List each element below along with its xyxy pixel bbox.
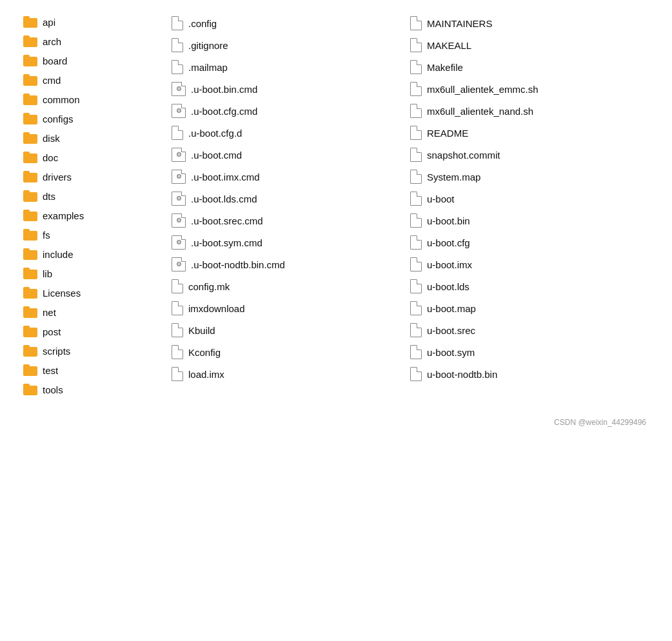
- script-file-icon: ⚙: [172, 104, 186, 118]
- file-item[interactable]: Makefile: [406, 57, 653, 77]
- folder-item[interactable]: board: [19, 52, 168, 70]
- item-label: config.mk: [188, 281, 230, 292]
- file-item[interactable]: ⚙.u-boot.imx.cmd: [168, 166, 406, 187]
- file-icon: [172, 301, 183, 315]
- script-file-icon: ⚙: [172, 235, 186, 250]
- folder-item[interactable]: tools: [19, 380, 168, 399]
- file-icon: [410, 279, 422, 293]
- file-item[interactable]: u-boot.lds: [406, 276, 653, 297]
- folder-icon: [23, 306, 37, 318]
- files-column-1: .config.gitignore.mailmap⚙.u-boot.bin.cm…: [168, 13, 406, 384]
- watermark: CSDN @weixin_44299496: [19, 418, 653, 427]
- script-file-icon: ⚙: [172, 192, 186, 206]
- file-item[interactable]: .gitignore: [168, 35, 406, 55]
- folder-item[interactable]: fs: [19, 226, 168, 244]
- folder-item[interactable]: scripts: [19, 342, 168, 360]
- file-item[interactable]: mx6ull_alientek_emmc.sh: [406, 79, 653, 99]
- folder-item[interactable]: examples: [19, 206, 168, 224]
- folder-item[interactable]: test: [19, 361, 168, 379]
- file-item[interactable]: mx6ull_alientek_nand.sh: [406, 101, 653, 121]
- file-item[interactable]: .mailmap: [168, 57, 406, 77]
- file-item[interactable]: README: [406, 123, 653, 143]
- file-item[interactable]: u-boot.cfg: [406, 232, 653, 253]
- item-label: MAINTAINERS: [427, 18, 492, 29]
- script-file-icon: ⚙: [172, 148, 186, 162]
- item-label: u-boot.map: [427, 303, 476, 314]
- file-item[interactable]: imxdownload: [168, 298, 406, 319]
- folder-icon: [23, 384, 37, 395]
- folder-item[interactable]: cmd: [19, 71, 168, 89]
- file-item[interactable]: config.mk: [168, 276, 406, 297]
- folder-icon: [23, 74, 37, 86]
- file-item[interactable]: ⚙.u-boot.lds.cmd: [168, 188, 406, 209]
- file-item[interactable]: ⚙.u-boot.bin.cmd: [168, 79, 406, 99]
- folder-item[interactable]: disk: [19, 129, 168, 147]
- item-label: snapshot.commit: [427, 150, 500, 161]
- file-item[interactable]: u-boot.imx: [406, 254, 653, 275]
- item-label: .config: [188, 18, 217, 29]
- folder-item[interactable]: api: [19, 13, 168, 31]
- file-icon: [172, 323, 183, 337]
- folder-item[interactable]: lib: [19, 264, 168, 282]
- item-label: .mailmap: [188, 62, 228, 73]
- item-label: Kbuild: [188, 325, 215, 336]
- file-item[interactable]: ⚙.u-boot.sym.cmd: [168, 232, 406, 253]
- folder-icon: [23, 326, 37, 337]
- folder-item[interactable]: drivers: [19, 168, 168, 186]
- folder-icon: [23, 210, 37, 221]
- file-item[interactable]: ⚙.u-boot.srec.cmd: [168, 210, 406, 231]
- file-item[interactable]: MAINTAINERS: [406, 13, 653, 34]
- file-item[interactable]: u-boot.bin: [406, 210, 653, 231]
- files-column-2: MAINTAINERSMAKEALLMakefilemx6ull_aliente…: [406, 13, 653, 384]
- file-icon: [172, 16, 183, 30]
- item-label: u-boot.lds: [427, 281, 469, 292]
- file-item[interactable]: Kconfig: [168, 342, 406, 362]
- folder-item[interactable]: configs: [19, 110, 168, 128]
- folder-item[interactable]: arch: [19, 32, 168, 50]
- item-label: api: [43, 17, 55, 28]
- file-icon: [410, 345, 422, 359]
- file-item[interactable]: snapshot.commit: [406, 144, 653, 165]
- file-item[interactable]: .config: [168, 13, 406, 34]
- file-icon: [410, 213, 422, 228]
- file-item[interactable]: System.map: [406, 166, 653, 187]
- file-item[interactable]: ⚙.u-boot.cfg.cmd: [168, 101, 406, 121]
- file-item[interactable]: u-boot.srec: [406, 320, 653, 340]
- file-icon: [172, 367, 183, 381]
- file-icon: [410, 126, 422, 140]
- item-label: Licenses: [43, 288, 81, 299]
- item-label: .u-boot.imx.cmd: [191, 172, 260, 182]
- file-item[interactable]: MAKEALL: [406, 35, 653, 55]
- file-item[interactable]: ⚙.u-boot.cmd: [168, 144, 406, 165]
- file-icon: [410, 192, 422, 206]
- file-item[interactable]: load.imx: [168, 364, 406, 384]
- folder-item[interactable]: common: [19, 90, 168, 108]
- file-item[interactable]: Kbuild: [168, 320, 406, 340]
- file-icon: [410, 235, 422, 250]
- folder-item[interactable]: net: [19, 303, 168, 321]
- file-item[interactable]: u-boot.sym: [406, 342, 653, 362]
- folder-icon: [23, 35, 37, 47]
- folder-icon: [23, 229, 37, 241]
- item-label: .u-boot-nodtb.bin.cmd: [191, 259, 285, 270]
- item-label: .u-boot.srec.cmd: [191, 215, 263, 226]
- folder-item[interactable]: post: [19, 322, 168, 340]
- file-item[interactable]: ⚙.u-boot-nodtb.bin.cmd: [168, 254, 406, 275]
- item-label: u-boot-nodtb.bin: [427, 369, 497, 380]
- folder-item[interactable]: include: [19, 245, 168, 263]
- folder-item[interactable]: Licenses: [19, 284, 168, 302]
- file-item[interactable]: .u-boot.cfg.d: [168, 123, 406, 143]
- item-label: post: [43, 326, 61, 337]
- folder-item[interactable]: dts: [19, 187, 168, 205]
- item-label: .u-boot.cfg.d: [188, 128, 242, 139]
- folder-item[interactable]: doc: [19, 148, 168, 166]
- item-label: .u-boot.cmd: [191, 150, 242, 161]
- item-label: disk: [43, 133, 60, 144]
- file-item[interactable]: u-boot.map: [406, 298, 653, 319]
- file-item[interactable]: u-boot-nodtb.bin: [406, 364, 653, 384]
- item-label: cmd: [43, 75, 61, 86]
- file-icon: [410, 60, 422, 74]
- item-label: test: [43, 365, 58, 376]
- item-label: examples: [43, 210, 84, 221]
- file-item[interactable]: u-boot: [406, 188, 653, 209]
